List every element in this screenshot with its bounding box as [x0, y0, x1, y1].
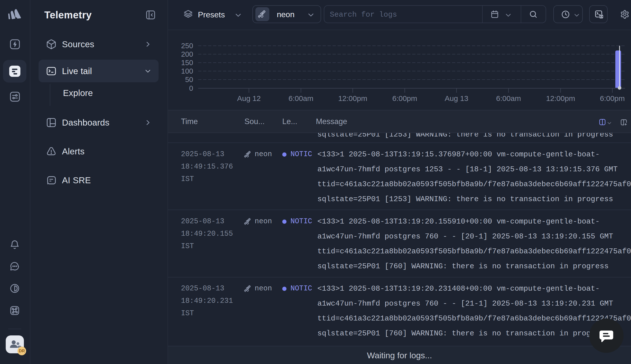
- svg-text:Aug 12: Aug 12: [237, 94, 261, 102]
- svg-text:Aug 13: Aug 13: [445, 94, 468, 102]
- svg-text:6:00pm: 6:00pm: [392, 94, 417, 102]
- svg-text:0: 0: [189, 84, 193, 92]
- svg-text:50: 50: [185, 76, 193, 84]
- svg-text:12:00pm: 12:00pm: [338, 94, 367, 102]
- svg-text:6:00am: 6:00am: [288, 94, 313, 102]
- svg-text:12:00pm: 12:00pm: [546, 94, 575, 102]
- svg-text:250: 250: [181, 42, 193, 50]
- svg-text:150: 150: [181, 59, 193, 67]
- svg-text:200: 200: [181, 50, 193, 58]
- svg-text:100: 100: [181, 67, 193, 75]
- svg-text:6:00pm: 6:00pm: [600, 94, 625, 102]
- svg-text:6:00am: 6:00am: [496, 94, 521, 102]
